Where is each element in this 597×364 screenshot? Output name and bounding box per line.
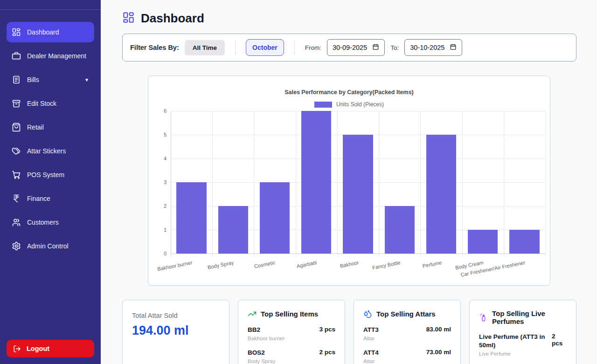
to-date-input[interactable]: 30-10-2025 <box>404 39 462 56</box>
sidebar-item-label: Customers <box>27 219 59 226</box>
list-item: BB2Bakhoor burner3 pcs <box>248 326 335 341</box>
chart-title: Sales Performance by Category(Packed Ite… <box>148 76 550 96</box>
summary-cards-row: Total Attar Sold 194.00 ml Top Selling I… <box>122 300 576 364</box>
legend-swatch <box>314 102 332 108</box>
page-title-row: Dashboard <box>122 11 576 26</box>
file-text-icon <box>12 75 21 84</box>
calendar-icon[interactable] <box>450 43 457 52</box>
gridline-vertical <box>296 111 296 256</box>
item-name: Live Perfume (ATT3 in 50ml) <box>479 333 547 350</box>
x-axis-tick-label: Cosmetic <box>254 260 276 269</box>
x-axis-tick-label: Perfume <box>422 260 442 269</box>
sidebar-item-bills[interactable]: Bills▼ <box>7 69 94 90</box>
gear-icon <box>12 241 21 251</box>
cart-icon <box>12 170 21 179</box>
sidebar-item-label: Finance <box>27 195 50 202</box>
logout-button[interactable]: Logout <box>7 340 94 357</box>
shopping-bag-icon <box>12 123 21 132</box>
item-category: Attar <box>363 336 379 341</box>
list-item: Live Perfume (ATT3 in 50ml)Live Perfume2… <box>479 333 567 357</box>
users-icon <box>12 218 21 227</box>
bar-perfume <box>426 135 456 254</box>
sidebar-item-label: Retail <box>27 124 44 131</box>
card-title: Top Selling Items <box>261 310 318 318</box>
archive-icon <box>12 99 21 108</box>
item-name: ATT3 <box>363 326 379 334</box>
item-name: BB2 <box>248 326 285 334</box>
chart-plot-area: 0123456Bakhoor burnerBody SprayCosmeticA… <box>171 111 545 254</box>
divider <box>294 41 295 55</box>
logout-icon <box>13 345 21 353</box>
list-item-text: ATT4Attar <box>363 349 379 364</box>
month-select[interactable]: October <box>246 39 284 56</box>
sidebar-item-dealer-management[interactable]: Dealer Management <box>7 46 94 66</box>
bar-bakhoor <box>343 135 373 254</box>
sidebar-item-dashboard[interactable]: Dashboard <box>7 22 94 42</box>
y-axis-tick-label: 0 <box>164 251 167 256</box>
sidebar-item-pos-system[interactable]: POS System <box>7 165 94 185</box>
from-date-input[interactable]: 30-09-2025 <box>327 39 385 56</box>
sidebar-item-customers[interactable]: Customers <box>7 212 94 233</box>
item-category: Attar <box>363 358 379 364</box>
sidebar-item-admin-control[interactable]: Admin Control <box>7 236 94 256</box>
item-category: Body Spray <box>248 358 275 364</box>
gridline-vertical <box>379 111 379 256</box>
legend-label: Units Sold (Pieces) <box>336 101 384 108</box>
from-label: From: <box>305 44 321 51</box>
tags-icon <box>12 146 21 156</box>
y-axis-tick-label: 4 <box>164 156 167 161</box>
chevron-down-icon: ▼ <box>84 77 89 82</box>
filter-label: Filter Sales By: <box>130 44 179 51</box>
sidebar-item-finance[interactable]: Finance <box>7 188 94 209</box>
list-item-text: ATT3Attar <box>363 326 379 341</box>
sidebar: DashboardDealer ManagementBills▼Edit Sto… <box>0 0 101 364</box>
sidebar-header <box>0 0 101 10</box>
stat-value: 194.00 ml <box>132 323 220 338</box>
gridline-vertical <box>254 111 254 256</box>
x-axis-tick-label: Body Spray <box>207 260 234 270</box>
gridline-horizontal <box>171 254 545 254</box>
all-time-button[interactable]: All Time <box>185 40 225 55</box>
gridline-vertical <box>337 111 338 256</box>
card-top-selling-live-perfumes: Top Selling Live PerfumesLive Perfume (A… <box>469 300 576 364</box>
item-quantity: 73.00 ml <box>426 349 451 356</box>
logout-label: Logout <box>27 345 49 352</box>
item-name: ATT4 <box>363 349 379 357</box>
card-header: Top Selling Live Perfumes <box>479 309 567 325</box>
spray-icon <box>479 313 488 322</box>
x-axis-tick-label: Agarbatti <box>296 260 318 269</box>
gridline-vertical <box>212 111 213 256</box>
item-category: Live Perfume <box>479 351 547 357</box>
calendar-icon[interactable] <box>372 43 379 52</box>
gridline-vertical <box>504 111 504 256</box>
gridline-vertical <box>171 111 171 256</box>
item-category: Bakhoor burner <box>248 336 285 341</box>
grid-icon <box>12 27 21 37</box>
chart-legend: Units Sold (Pieces) <box>148 101 550 108</box>
to-label: To: <box>390 44 399 51</box>
item-quantity: 3 pcs <box>319 326 335 333</box>
sidebar-item-label: Bills <box>27 76 39 83</box>
y-axis-tick-label: 2 <box>164 203 167 209</box>
item-quantity: 2 pcs <box>552 333 567 347</box>
list-item: BOS2Body Spray2 pcs <box>248 349 335 364</box>
list-item: ATT4Attar73.00 ml <box>363 349 451 364</box>
bar-fancy-bottle <box>385 206 415 254</box>
from-date-value: 30-09-2025 <box>333 44 367 51</box>
gridline-vertical <box>462 111 463 256</box>
list-item-text: Live Perfume (ATT3 in 50ml)Live Perfume <box>479 333 547 357</box>
item-quantity: 83.00 ml <box>426 326 451 333</box>
bar-body-cream <box>468 230 498 254</box>
page-title: Dashboard <box>141 11 204 26</box>
y-axis-tick-label: 3 <box>164 179 167 185</box>
sidebar-item-label: POS System <box>27 171 64 179</box>
card-top-selling-attars: Top Selling AttarsATT3Attar83.00 mlATT4A… <box>354 300 461 364</box>
sidebar-item-attar-stickers[interactable]: Attar Stickers <box>7 141 94 161</box>
y-axis-tick-label: 6 <box>164 108 167 114</box>
divider <box>235 41 236 55</box>
sidebar-item-edit-stock[interactable]: Edit Stock <box>7 93 94 114</box>
sidebar-item-retail[interactable]: Retail <box>7 117 94 137</box>
stat-label: Total Attar Sold <box>132 312 220 319</box>
sales-chart-card: Sales Performance by Category(Packed Ite… <box>148 76 550 286</box>
to-date-value: 30-10-2025 <box>410 44 444 51</box>
